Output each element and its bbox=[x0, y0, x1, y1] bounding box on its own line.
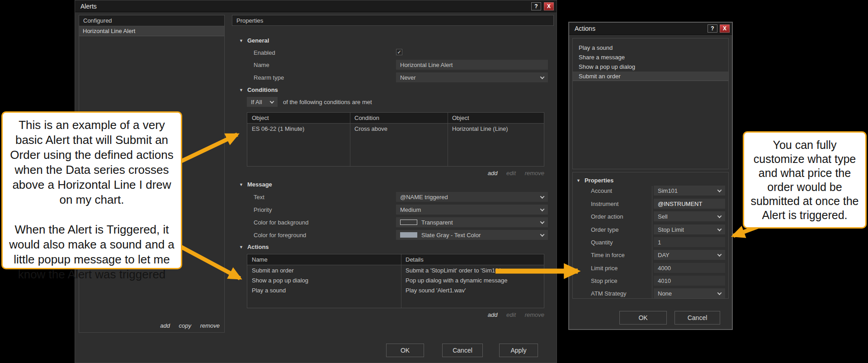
callout-paragraph: When the Alert is Triggered, it would al… bbox=[5, 222, 178, 282]
close-icon[interactable]: X bbox=[544, 2, 554, 10]
priority-select[interactable]: Medium bbox=[396, 205, 548, 215]
action-type-item[interactable]: Share a message bbox=[573, 53, 728, 62]
stop-price-label: Stop price bbox=[591, 277, 618, 284]
apply-button[interactable]: Apply bbox=[499, 344, 538, 357]
section-title: Message bbox=[247, 181, 272, 188]
account-label: Account bbox=[591, 187, 612, 194]
close-icon[interactable]: X bbox=[720, 24, 730, 33]
column-divider bbox=[401, 254, 401, 308]
cancel-button[interactable]: Cancel bbox=[442, 344, 483, 357]
actions-table-header: Name Details bbox=[247, 254, 544, 265]
copy-alert-link[interactable]: copy bbox=[179, 322, 191, 329]
column-header-details[interactable]: Details bbox=[401, 256, 544, 263]
name-label: Name bbox=[254, 62, 269, 68]
alert-list-item[interactable]: Horizontal Line Alert bbox=[79, 26, 224, 36]
action-row[interactable]: Show a pop up dialog Pop up dialog with … bbox=[247, 275, 544, 285]
chevron-down-icon bbox=[717, 188, 722, 192]
column-header-condition[interactable]: Condition bbox=[350, 115, 448, 121]
help-button[interactable]: ? bbox=[708, 24, 717, 33]
chevron-down-icon bbox=[540, 220, 545, 224]
time-in-force-value: DAY bbox=[658, 252, 670, 258]
column-header-name[interactable]: Name bbox=[247, 256, 401, 263]
rearm-type-select[interactable]: Never bbox=[396, 72, 548, 82]
properties-header: Properties bbox=[232, 15, 554, 26]
stop-price-input[interactable]: 4010 bbox=[654, 276, 725, 286]
background-color-select[interactable]: Transparent bbox=[396, 217, 548, 227]
condition-match-select[interactable]: If All bbox=[247, 97, 278, 107]
column-header-object[interactable]: Object bbox=[247, 115, 350, 121]
section-title: Actions bbox=[247, 244, 269, 250]
chevron-down-icon bbox=[717, 227, 722, 231]
help-button[interactable]: ? bbox=[531, 2, 541, 10]
alerts-titlebar[interactable]: Alerts ? X bbox=[75, 0, 557, 12]
callout-paragraph: You can fully customize what type and wh… bbox=[746, 138, 863, 222]
remove-action-link[interactable]: remove bbox=[525, 311, 544, 318]
quantity-input[interactable]: 1 bbox=[654, 237, 725, 247]
section-properties[interactable]: ▼ Properties bbox=[576, 177, 613, 184]
chevron-down-icon bbox=[717, 252, 722, 257]
chevron-down-icon bbox=[540, 207, 545, 211]
action-name-cell: Play a sound bbox=[247, 287, 401, 294]
left-callout: This is an example of a very basic Alert… bbox=[1, 111, 182, 269]
action-type-item-selected[interactable]: Submit an order bbox=[573, 72, 728, 81]
limit-price-label: Limit price bbox=[591, 265, 618, 272]
instrument-input[interactable]: @INSTRUMENT bbox=[654, 199, 725, 209]
section-actions[interactable]: ▼ Actions bbox=[239, 244, 269, 250]
window-title: Alerts bbox=[80, 3, 97, 10]
time-in-force-label: Time in force bbox=[591, 252, 625, 258]
column-header-object2[interactable]: Object bbox=[448, 115, 544, 121]
action-type-list: Play a sound Share a message Show a pop … bbox=[572, 38, 729, 169]
edit-condition-link[interactable]: edit bbox=[506, 170, 516, 177]
chevron-down-icon bbox=[540, 75, 545, 79]
actions-dialog: Actions ? X Play a sound Share a message… bbox=[568, 22, 733, 330]
dialog-ok-button[interactable]: OK bbox=[619, 311, 667, 325]
collapse-triangle-icon: ▼ bbox=[239, 245, 243, 249]
message-text-combo[interactable]: @NAME triggered bbox=[396, 192, 548, 202]
time-in-force-select[interactable]: DAY bbox=[654, 250, 725, 260]
order-action-select[interactable]: Sell bbox=[654, 211, 725, 221]
quantity-label: Quantity bbox=[591, 239, 613, 246]
action-details-cell: Play sound 'Alert1.wav' bbox=[401, 287, 544, 294]
account-select[interactable]: Sim101 bbox=[654, 186, 725, 196]
order-type-value: Stop Limit bbox=[658, 226, 684, 233]
name-input[interactable]: Horizontal Line Alert bbox=[396, 60, 548, 70]
order-type-select[interactable]: Stop Limit bbox=[654, 224, 725, 234]
condition-match-caption: of the following conditions are met bbox=[283, 99, 372, 105]
collapse-triangle-icon: ▼ bbox=[239, 182, 243, 187]
chevron-down-icon bbox=[540, 232, 545, 237]
order-action-label: Order action bbox=[591, 213, 623, 220]
section-message[interactable]: ▼ Message bbox=[239, 181, 272, 188]
message-text-value: @NAME triggered bbox=[400, 194, 448, 201]
action-type-item[interactable]: Play a sound bbox=[573, 43, 728, 53]
edit-action-link[interactable]: edit bbox=[506, 311, 516, 318]
action-row[interactable]: Submit an order Submit a 'StopLimit' ord… bbox=[247, 265, 544, 275]
foreground-color-select[interactable]: Slate Gray - Text Color bbox=[396, 230, 548, 240]
actions-titlebar[interactable]: Actions ? X bbox=[569, 23, 732, 35]
remove-condition-link[interactable]: remove bbox=[525, 170, 544, 177]
conditions-links: add edit remove bbox=[247, 170, 544, 177]
background-color-value: Transparent bbox=[421, 219, 453, 226]
text-label: Text bbox=[254, 194, 264, 201]
add-condition-link[interactable]: add bbox=[488, 170, 498, 177]
section-conditions[interactable]: ▼ Conditions bbox=[239, 86, 278, 93]
action-row[interactable]: Play a sound Play sound 'Alert1.wav' bbox=[247, 285, 544, 295]
action-type-item[interactable]: Show a pop up dialog bbox=[573, 62, 728, 72]
limit-price-input[interactable]: 4000 bbox=[654, 263, 725, 273]
condition-row[interactable]: ES 06-22 (1 Minute) Cross above Horizont… bbox=[247, 124, 544, 134]
ok-button[interactable]: OK bbox=[386, 344, 424, 357]
add-action-link[interactable]: add bbox=[488, 311, 498, 318]
dialog-cancel-button[interactable]: Cancel bbox=[675, 311, 720, 325]
collapse-triangle-icon: ▼ bbox=[576, 178, 580, 183]
chevron-down-icon bbox=[717, 214, 722, 218]
section-title: Conditions bbox=[247, 86, 278, 93]
configured-header: Configured bbox=[79, 15, 224, 26]
section-general[interactable]: ▼ General bbox=[239, 37, 269, 44]
chevron-down-icon bbox=[540, 194, 545, 199]
atm-strategy-value: None bbox=[658, 290, 672, 297]
enabled-checkbox[interactable]: ✓ bbox=[396, 49, 402, 55]
rearm-type-label: Rearm type bbox=[254, 74, 284, 81]
add-alert-link[interactable]: add bbox=[160, 322, 170, 329]
remove-alert-link[interactable]: remove bbox=[200, 322, 220, 329]
atm-strategy-select[interactable]: None bbox=[654, 288, 725, 298]
column-divider bbox=[350, 113, 350, 166]
